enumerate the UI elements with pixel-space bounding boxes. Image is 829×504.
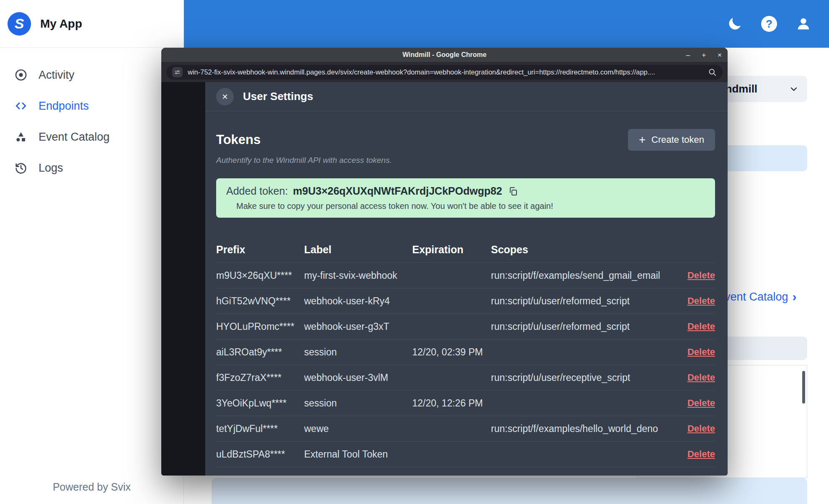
token-label: session: [304, 398, 412, 409]
table-row: f3FzoZ7raX**** webhook-user-3vlM run:scr…: [216, 365, 715, 390]
window-title: Windmill - Google Chrome: [403, 51, 487, 59]
close-window-button[interactable]: ×: [718, 51, 722, 59]
tokens-table: Prefix Label Expiration Scopes m9U3×26qX…: [216, 237, 715, 476]
background-scrollbar[interactable]: [802, 371, 805, 404]
token-prefix: tetYjDwFul****: [216, 423, 304, 435]
close-modal-button[interactable]: ×: [216, 88, 234, 105]
token-prefix: aiL3ROat9y****: [216, 347, 304, 358]
delete-token-link[interactable]: Delete: [677, 474, 715, 476]
site-settings-icon[interactable]: [172, 67, 183, 77]
tokens-heading: Tokens: [216, 132, 261, 147]
sidebar-item-activity[interactable]: Activity: [0, 59, 183, 90]
create-token-button[interactable]: + Create token: [628, 129, 715, 151]
table-row: hGiT52wVNQ**** webhook-user-kRy4 run:scr…: [216, 288, 715, 314]
col-label: Label: [304, 244, 412, 256]
table-row: 3YeOiKpLwq**** session 12/20, 12:26 PM D…: [216, 390, 715, 416]
table-row: i9AiXYIxIR.**** whtl Delete: [216, 467, 715, 476]
sidebar-item-endpoints[interactable]: Endpoints: [0, 90, 183, 121]
col-expiration: Expiration: [412, 244, 491, 256]
token-prefix: m9U3×26qXU****: [216, 270, 304, 281]
chrome-window: Windmill - Google Chrome – + × win-752-f…: [161, 48, 728, 476]
question-icon: ?: [761, 16, 777, 32]
token-expiration: 12/20, 12:26 PM: [412, 398, 491, 409]
token-prefix: i9AiXYIxIR.****: [216, 474, 304, 476]
tokens-table-header: Prefix Label Expiration Scopes: [216, 237, 715, 262]
sidebar-item-logs[interactable]: Logs: [0, 152, 183, 183]
delete-token-link[interactable]: Delete: [677, 296, 715, 306]
window-titlebar[interactable]: Windmill - Google Chrome – + ×: [161, 48, 728, 62]
modal-body: Tokens + Create token Authentify to the …: [205, 111, 728, 476]
copy-token-button[interactable]: [508, 186, 518, 196]
delete-token-link[interactable]: Delete: [677, 347, 715, 357]
table-row: uLdBztSPA8**** External Tool Token Delet…: [216, 441, 715, 467]
token-label: session: [304, 347, 412, 358]
tokens-subtitle: Authentify to the Windmill API with acce…: [216, 156, 715, 165]
modal-title: User Settings: [243, 90, 313, 103]
token-scopes: run:script/u/user/reformed_script: [491, 321, 677, 332]
token-label: my-first-svix-webhook: [304, 270, 412, 281]
delete-token-link[interactable]: Delete: [677, 449, 715, 460]
modal-header: × User Settings: [205, 82, 728, 111]
powered-by-svix: Powered by Svix: [0, 481, 183, 493]
token-scopes: run:script/f/examples/send_gmail_email: [491, 270, 677, 281]
token-expiration: 12/20, 02:39 PM: [412, 347, 491, 358]
table-row: tetYjDwFul**** wewe run:script/f/example…: [216, 416, 715, 441]
window-controls: – + ×: [686, 48, 722, 62]
token-scopes: run:script/u/user/reformed_script: [491, 296, 677, 307]
screen: ? S My App Activity E: [0, 0, 829, 504]
minimize-button[interactable]: –: [686, 51, 690, 59]
address-bar[interactable]: win-752-fix-svix-webhook-win.windmill.pa…: [166, 65, 723, 80]
sidebar-item-event-catalog[interactable]: Event Catalog: [0, 121, 183, 152]
create-token-label: Create token: [651, 134, 704, 145]
event-catalog-link-label: Event Catalog: [717, 291, 788, 303]
activity-icon: [14, 68, 28, 82]
token-label: External Tool Token: [304, 449, 412, 460]
token-label: wewe: [304, 423, 412, 435]
delete-token-link[interactable]: Delete: [677, 321, 715, 332]
background-panel-bottom: [212, 478, 807, 504]
maximize-button[interactable]: +: [702, 51, 706, 59]
delete-token-link[interactable]: Delete: [677, 372, 715, 383]
table-row: HYOLuPRomc**** webhook-user-g3xT run:scr…: [216, 314, 715, 339]
delete-token-link[interactable]: Delete: [677, 398, 715, 409]
moon-icon: [726, 15, 743, 32]
window-content: × User Settings Tokens + Create token Au…: [161, 82, 728, 476]
url-text[interactable]: win-752-fix-svix-webhook-win.windmill.pa…: [188, 68, 703, 76]
sidebar-item-label: Event Catalog: [39, 131, 110, 144]
chevron-down-icon: [789, 84, 799, 94]
added-token-line: Added token: m9U3×26qXUXqNWtFAKrdjJCkPOd…: [226, 185, 705, 197]
help-button[interactable]: ?: [759, 14, 779, 33]
sidebar: S My App Activity Endpoints Event Cata: [0, 0, 184, 504]
token-prefix: hGiT52wVNQ****: [216, 296, 304, 307]
modal-backdrop: [161, 82, 205, 476]
token-prefix: uLdBztSPA8****: [216, 449, 304, 460]
table-row: m9U3×26qXU**** my-first-svix-webhook run…: [216, 262, 715, 288]
delete-token-link[interactable]: Delete: [677, 423, 715, 434]
token-prefix: 3YeOiKpLwq****: [216, 398, 304, 409]
dark-mode-toggle[interactable]: [725, 14, 744, 33]
event-catalog-link[interactable]: Event Catalog ›: [717, 290, 797, 304]
token-scopes: run:script/f/examples/hello_world_deno: [491, 423, 677, 435]
search-icon[interactable]: [708, 68, 717, 77]
token-label: whtl: [304, 474, 412, 476]
delete-token-link[interactable]: Delete: [677, 270, 715, 281]
token-prefix: HYOLuPRomc****: [216, 321, 304, 332]
user-menu-button[interactable]: [794, 14, 813, 33]
token-label: webhook-user-kRy4: [304, 296, 412, 307]
token-scopes: run:script/u/user/receptive_script: [491, 372, 677, 383]
token-label: webhook-user-3vlM: [304, 372, 412, 383]
user-settings-modal: × User Settings Tokens + Create token Au…: [205, 82, 728, 476]
svix-logo-icon: S: [8, 12, 31, 36]
added-token-label: Added token:: [226, 185, 288, 197]
browser-toolbar: win-752-fix-svix-webhook-win.windmill.pa…: [161, 62, 728, 82]
logs-history-icon: [14, 161, 28, 175]
chevron-right-icon: ›: [793, 290, 797, 304]
copy-warning-text: Make sure to copy your personal access t…: [226, 201, 705, 211]
app-logo-row: S My App: [0, 0, 183, 48]
added-token-value: m9U3×26qXUXqNWtFAKrdjJCkPOdwgp82: [293, 185, 502, 197]
col-scopes: Scopes: [491, 244, 677, 256]
sidebar-item-label: Logs: [39, 162, 63, 175]
added-token-alert: Added token: m9U3×26qXUXqNWtFAKrdjJCkPOd…: [216, 178, 715, 218]
table-row: aiL3ROat9y**** session 12/20, 02:39 PM D…: [216, 339, 715, 365]
tokens-header-row: Tokens + Create token: [216, 129, 715, 151]
